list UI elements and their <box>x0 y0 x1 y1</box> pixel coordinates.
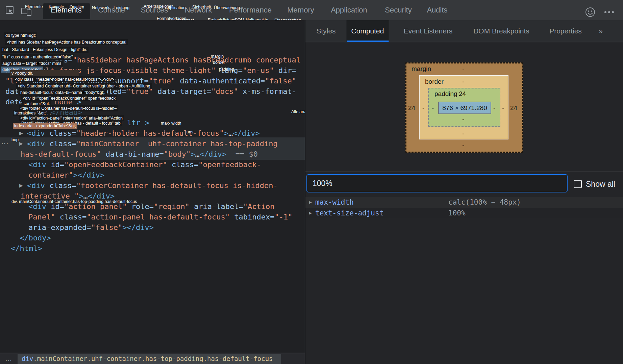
disclosure-triangle-icon[interactable]: ▶ <box>19 180 23 191</box>
code-token-tag: ltr > <box>123 119 149 127</box>
translation-overlay: do type html&gt; <box>4 32 37 38</box>
code-token-val: "openfeedback- <box>198 160 261 169</box>
devtools-window: ElementsConsoleSourcesNetworkPerformance… <box>0 0 623 364</box>
translation-overlay: <div Standard Container uhf- Container v… <box>16 83 152 89</box>
code-token-attr: class= <box>49 181 76 190</box>
margin-right-value[interactable]: 24 <box>510 104 517 112</box>
elements-dom-tree-panel: class="hasSidebar hasPageActions hasBrea… <box>0 20 305 353</box>
tab-overflow-chevron-icon[interactable]: » <box>594 20 607 42</box>
margin-label: margin <box>412 65 431 73</box>
computed-property-row[interactable]: ▶text-size-adjust100% <box>305 208 623 218</box>
property-disclosure-icon[interactable]: ▶ <box>309 208 312 218</box>
sidebar-tab-styles[interactable]: Styles <box>312 20 340 42</box>
dom-tree-node[interactable]: has-default-focus" data-bi-name="body">…… <box>21 149 258 159</box>
border-left-value[interactable]: - <box>422 104 424 112</box>
translation-overlay: Überwachung <box>214 5 240 10</box>
property-name: text-size-adjust <box>315 208 383 218</box>
toolbar-tab-audits[interactable]: Audits <box>427 0 447 20</box>
margin-top-value[interactable]: - <box>462 65 464 73</box>
sidebar-tab-properties[interactable]: Properties <box>545 20 587 42</box>
toolbar-tab-elements[interactable]: Elements <box>51 0 82 20</box>
sidebar-tabstrip: StylesComputedEvent ListenersDOM Breakpo… <box>305 20 623 42</box>
toolbar-tab-security[interactable]: Security <box>385 0 412 20</box>
code-token-tag: </body> <box>20 234 51 242</box>
dom-tree-node[interactable]: <div class="mainContainer uhf-container … <box>27 138 278 149</box>
translation-overlay: augh data – target="docs" mms <box>1 60 63 67</box>
dom-tree-node[interactable]: Panel" class="action-panel has-default-f… <box>28 212 293 222</box>
code-token-attr: class= <box>60 213 86 221</box>
dom-tree-node[interactable]: container"></div> <box>28 170 104 180</box>
sidebar-tab-dom-breakpoints[interactable]: DOM Breakpoints <box>469 20 534 42</box>
code-token-t <box>45 129 49 137</box>
dom-tree-node[interactable]: aria-expanded="false"></div> <box>28 222 154 233</box>
translation-overlay: Alle anzeigen <box>290 109 305 115</box>
code-token-attr: class= <box>49 129 76 137</box>
code-token-attr: x-ms-format- <box>243 87 296 96</box>
code-token-t <box>274 66 278 75</box>
border-top-value[interactable]: - <box>462 78 464 85</box>
toolbar-tab-application[interactable]: Application <box>331 0 367 20</box>
padding-label: padding <box>434 90 457 98</box>
code-token-t <box>167 160 172 169</box>
code-token-val: "true" <box>149 77 175 85</box>
dom-tree-node[interactable]: <div class="footerContainer has-default-… <box>27 180 278 191</box>
breadcrumb-classes: .mainContainer.uhf-container.has-top-pad… <box>33 355 273 362</box>
toolbar-tab-network[interactable]: Network <box>185 0 212 20</box>
property-disclosure-icon[interactable]: ▶ <box>309 197 312 208</box>
padding-bottom-value[interactable]: - <box>462 116 464 123</box>
translation-overlay: "lt r" cuss data - authenticated="false" <box>1 54 74 60</box>
breadcrumb-item-selected[interactable]: div.mainContainer.uhf-container.has-top-… <box>18 354 281 364</box>
code-token-val: "openFeedbackContainer" <box>64 160 167 169</box>
code-token-val: "false" <box>265 77 296 85</box>
styles-sidebar: StylesComputedEvent ListenersDOM Breakpo… <box>305 20 623 364</box>
code-token-tag: <div <box>27 181 45 190</box>
code-token-attr: data-target= <box>157 87 211 96</box>
translation-overlay: hat - Standard - Fokus jess Design - lig… <box>1 47 89 53</box>
computed-filter-input[interactable] <box>306 174 568 192</box>
code-token-attr: tabindex= <box>234 213 274 221</box>
code-token-attr: class= <box>49 139 76 148</box>
sidebar-tab-computed[interactable]: Computed <box>347 20 389 42</box>
dom-tree-node[interactable]: <div class="header-holder has-default-fo… <box>27 128 260 138</box>
border-right-value[interactable]: - <box>502 104 504 112</box>
dom-row-overflow-dots[interactable]: ⋯ <box>1 139 9 148</box>
code-token-t <box>46 160 51 169</box>
border-bottom-value[interactable]: - <box>462 130 464 137</box>
code-token-val: "docs" <box>211 87 238 96</box>
padding-top-value[interactable]: 24 <box>459 90 466 98</box>
dom-tree-node[interactable]: class="hasSidebar hasPageActions hasBrea… <box>46 55 301 65</box>
code-token-val: "body" <box>164 150 191 158</box>
filter-separator <box>305 172 623 172</box>
property-value: calc(100% − 48px) <box>448 197 521 208</box>
show-all-checkbox[interactable] <box>574 180 582 188</box>
feedback-smiley-icon[interactable] <box>585 7 596 18</box>
toolbar-tab-memory[interactable]: Memory <box>287 0 314 20</box>
code-token-val: "header-holder has-default-focus" <box>76 129 224 137</box>
padding-right-value[interactable]: - <box>493 104 495 112</box>
translation-overlay: Sicherheit <box>192 5 211 10</box>
translation-overlay: border <box>211 59 226 66</box>
breadcrumb-ellipsis[interactable]: ... <box>5 355 12 362</box>
code-token-attr: dir= <box>278 66 296 75</box>
property-value: 100% <box>448 208 466 218</box>
code-token-t <box>190 202 194 211</box>
dom-tree-node[interactable]: <div id="openFeedbackContainer" class="o… <box>28 159 261 170</box>
computed-property-row[interactable]: ▶max-widthcalc(100% − 48px) <box>305 197 623 208</box>
code-token-t <box>238 87 243 96</box>
padding-left-value[interactable]: - <box>432 104 434 112</box>
show-all-label[interactable]: Show all <box>586 180 615 189</box>
dom-tree-node[interactable]: </body> <box>20 233 51 243</box>
margin-bottom-value[interactable]: - <box>462 142 464 149</box>
translation-overlay: padding <box>218 66 235 72</box>
margin-left-value[interactable]: 24 <box>408 104 415 112</box>
sidebar-tab-event-listeners[interactable]: Event Listeners <box>399 20 457 42</box>
box-model-content-box[interactable]: 876 × 6971.280 <box>438 102 491 114</box>
inspect-element-icon[interactable] <box>5 6 15 15</box>
code-token-val: "en-us" <box>243 66 274 75</box>
dom-tree-node[interactable]: </html> <box>11 243 42 254</box>
code-token-attr: data-authenticated= <box>180 77 265 85</box>
code-token-val: "Action <box>243 202 275 211</box>
translation-overlay: Leistung <box>114 5 129 10</box>
code-token-tag: > <box>122 223 127 232</box>
breadcrumb-bar: ... div.mainContainer.uhf-container.has-… <box>0 353 305 364</box>
